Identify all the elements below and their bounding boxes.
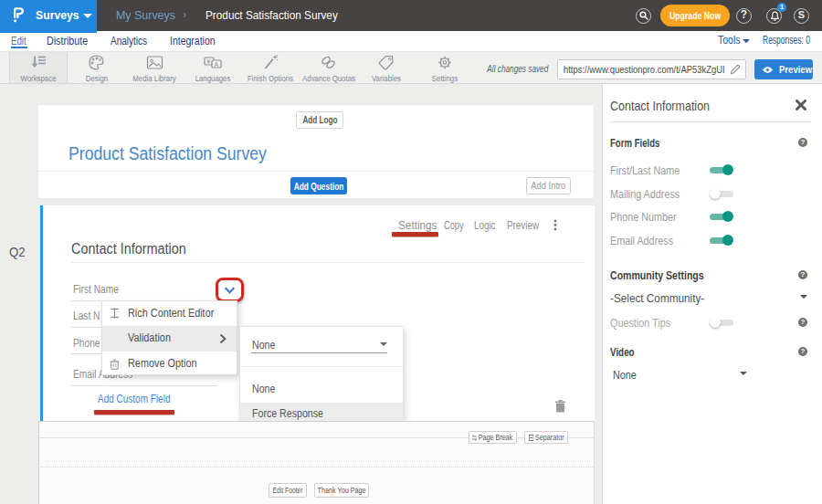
svg-text:A: A	[214, 61, 218, 68]
svg-text:¥: ¥	[206, 58, 210, 65]
